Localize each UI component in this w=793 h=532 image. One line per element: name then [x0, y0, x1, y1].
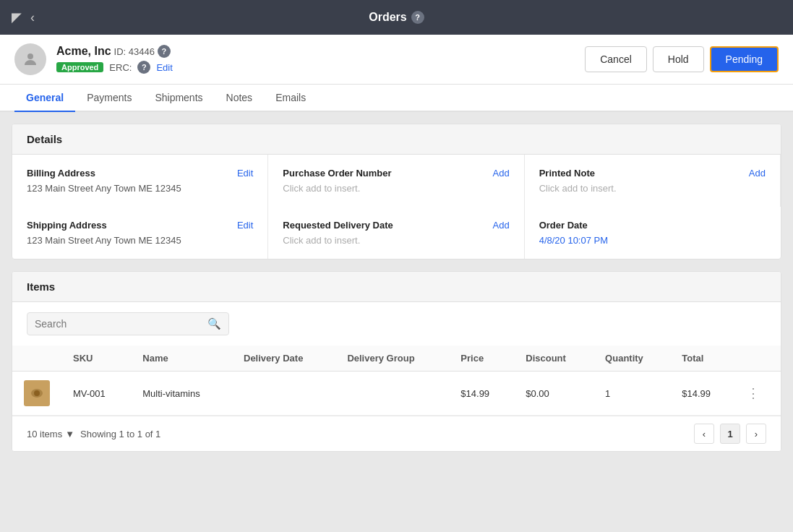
col-header-sku-text: SKU [61, 346, 131, 372]
product-delivery-date [232, 372, 335, 416]
product-thumbnail [24, 380, 50, 406]
avatar [14, 43, 46, 75]
cancel-button[interactable]: Cancel [585, 46, 647, 72]
tab-shipments[interactable]: Shipments [143, 85, 214, 112]
table-header-row: SKU Name Delivery Date Delivery Group Pr… [12, 346, 781, 372]
items-section: Items 🔍 SKU Name Delivery Date Delivery … [12, 271, 781, 452]
sidebar-toggle-button[interactable]: ◤ [12, 11, 22, 24]
title-text: Orders [369, 11, 406, 24]
details-grid: Billing Address Edit 123 Main Street Any… [12, 155, 781, 259]
billing-address-cell: Billing Address Edit 123 Main Street Any… [12, 155, 268, 207]
product-quantity: 1 [593, 372, 670, 416]
search-icon: 🔍 [207, 317, 221, 330]
purchase-order-cell: Purchase Order Number Add Click add to i… [268, 155, 524, 207]
next-page-button[interactable]: › [746, 424, 766, 444]
items-per-page[interactable]: 10 items ▼ [27, 429, 74, 439]
col-header-actions [735, 346, 781, 372]
col-header-quantity: Quantity [593, 346, 670, 372]
col-header-sku [12, 346, 61, 372]
product-sku: MV-001 [61, 372, 131, 416]
delivery-date-add[interactable]: Add [493, 220, 510, 231]
search-bar: 🔍 [27, 312, 229, 335]
items-table: SKU Name Delivery Date Delivery Group Pr… [12, 346, 781, 416]
customer-header: Acme, Inc ID: 43446 ? Approved ERC: ? Ed… [0, 35, 793, 85]
col-header-total: Total [670, 346, 735, 372]
delivery-date-placeholder: Click add to insert. [283, 235, 509, 246]
printed-note-label: Printed Note [539, 168, 595, 179]
product-delivery-group [335, 372, 449, 416]
pending-button[interactable]: Pending [710, 46, 779, 72]
purchase-order-placeholder: Click add to insert. [283, 183, 509, 194]
id-help-icon[interactable]: ? [158, 45, 171, 58]
details-section: Details Billing Address Edit 123 Main St… [12, 124, 781, 259]
printed-note-cell: Printed Note Add Click add to insert. [525, 155, 781, 207]
tab-emails[interactable]: Emails [264, 85, 317, 112]
col-header-discount: Discount [514, 346, 593, 372]
details-header: Details [12, 124, 781, 155]
tab-general[interactable]: General [14, 85, 75, 112]
col-header-price: Price [449, 346, 514, 372]
erc-edit-link[interactable]: Edit [156, 62, 172, 73]
svg-point-0 [27, 53, 33, 59]
col-header-delivery-date: Delivery Date [232, 346, 335, 372]
col-header-delivery-group: Delivery Group [335, 346, 449, 372]
printed-note-placeholder: Click add to insert. [539, 183, 766, 194]
product-discount: $0.00 [514, 372, 593, 416]
items-per-page-caret: ▼ [65, 429, 74, 439]
erc-help-icon[interactable]: ? [137, 61, 150, 74]
search-bar-wrap: 🔍 [12, 302, 781, 346]
shipping-address-value: 123 Main Street Any Town ME 12345 [27, 235, 253, 246]
billing-address-edit[interactable]: Edit [237, 168, 253, 179]
pagination: 10 items ▼ Showing 1 to 1 of 1 ‹ 1 › [12, 416, 781, 451]
shipping-address-cell: Shipping Address Edit 123 Main Street An… [12, 207, 268, 259]
delivery-date-cell: Requested Delivery Date Add Click add to… [268, 207, 524, 259]
purchase-order-add[interactable]: Add [493, 168, 510, 179]
product-total: $14.99 [670, 372, 735, 416]
product-name[interactable]: Multi-vitamins [131, 372, 232, 416]
items-per-page-label: 10 items [27, 429, 62, 439]
help-icon[interactable]: ? [411, 11, 424, 24]
shipping-address-edit[interactable]: Edit [237, 220, 253, 231]
product-thumb-cell [12, 372, 61, 416]
action-buttons: Cancel Hold Pending [585, 46, 779, 72]
hold-button[interactable]: Hold [653, 46, 704, 72]
svg-point-3 [34, 390, 40, 396]
main-content: Details Billing Address Edit 123 Main St… [0, 112, 793, 463]
product-more[interactable]: ⋮ [735, 372, 781, 416]
purchase-order-label: Purchase Order Number [283, 168, 391, 179]
back-button[interactable]: ‹ [30, 11, 35, 24]
printed-note-add[interactable]: Add [749, 168, 766, 179]
billing-address-value: 123 Main Street Any Town ME 12345 [27, 183, 253, 194]
col-header-name: Name [131, 346, 232, 372]
order-date-value: 4/8/20 10:07 PM [539, 235, 766, 246]
table-row: MV-001 Multi-vitamins $14.99 $0.00 1 $14… [12, 372, 781, 416]
tab-notes[interactable]: Notes [215, 85, 265, 112]
tab-payments[interactable]: Payments [75, 85, 143, 112]
showing-label: Showing 1 to 1 of 1 [80, 429, 160, 439]
delivery-date-label: Requested Delivery Date [283, 220, 393, 231]
tabs: General Payments Shipments Notes Emails [0, 85, 793, 112]
page-title: Orders ? [369, 11, 424, 24]
prev-page-button[interactable]: ‹ [694, 424, 714, 444]
items-header: Items [12, 272, 781, 302]
billing-address-label: Billing Address [27, 168, 95, 179]
top-bar: ◤ ‹ Orders ? [0, 0, 793, 35]
search-input[interactable] [35, 318, 202, 330]
order-date-cell: Order Date 4/8/20 10:07 PM [525, 207, 781, 259]
erc-label: ERC: [109, 62, 132, 73]
current-page[interactable]: 1 [720, 424, 740, 444]
customer-id: ID: 43446 ? [114, 45, 171, 58]
customer-name: Acme, Inc [56, 45, 111, 58]
more-icon[interactable]: ⋮ [747, 386, 760, 400]
shipping-address-label: Shipping Address [27, 220, 107, 231]
product-price: $14.99 [449, 372, 514, 416]
order-date-label: Order Date [539, 220, 588, 231]
status-badge: Approved [56, 62, 103, 72]
